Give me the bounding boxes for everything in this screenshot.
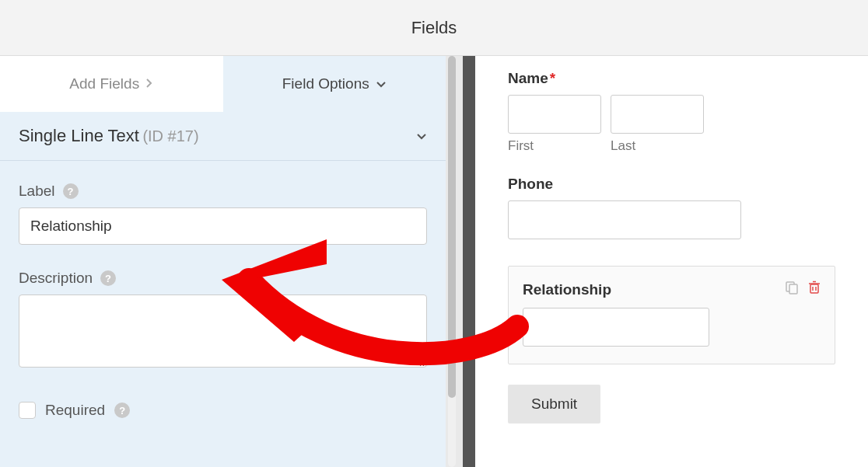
name-inputs	[508, 95, 835, 134]
required-checkbox[interactable]	[19, 402, 36, 419]
field-id: (ID #17)	[142, 127, 198, 145]
chevron-down-icon	[416, 128, 427, 145]
relationship-header: Relationship	[523, 281, 821, 298]
header-title: Fields	[411, 18, 457, 38]
field-type-title: Single Line Text	[19, 126, 139, 145]
name-field-group: Name* First Last	[508, 70, 835, 154]
field-type-header[interactable]: Single Line Text (ID #17)	[0, 112, 446, 161]
first-name-input[interactable]	[508, 95, 601, 134]
required-row: Required ?	[0, 383, 446, 437]
name-sublabels: First Last	[508, 138, 835, 154]
tabs: Add Fields Field Options	[0, 56, 446, 112]
left-panel: Add Fields Field Options Single Line Tex…	[0, 56, 446, 467]
scrollbar-area	[446, 56, 463, 467]
form-preview: Name* First Last Phone Relationship	[475, 56, 868, 467]
help-icon[interactable]: ?	[114, 403, 130, 418]
phone-label: Phone	[508, 176, 835, 193]
help-icon[interactable]: ?	[100, 270, 116, 286]
required-star-icon: *	[550, 70, 555, 86]
page-header: Fields	[0, 0, 868, 56]
duplicate-icon[interactable]	[785, 281, 799, 298]
label-text: Label	[19, 183, 55, 200]
relationship-field-selected[interactable]: Relationship	[508, 266, 835, 364]
chevron-right-icon	[145, 75, 153, 92]
tab-field-options[interactable]: Field Options	[223, 56, 446, 112]
tab-add-fields-label: Add Fields	[69, 75, 139, 92]
help-icon[interactable]: ?	[63, 183, 79, 199]
svg-rect-1	[789, 284, 797, 294]
label-section: Label ?	[0, 170, 446, 257]
tab-add-fields[interactable]: Add Fields	[0, 56, 223, 112]
field-actions	[785, 281, 821, 298]
description-row: Description ?	[19, 270, 427, 287]
relationship-label: Relationship	[523, 281, 611, 298]
description-input[interactable]	[19, 294, 427, 368]
relationship-input[interactable]	[523, 308, 709, 347]
label-row: Label ?	[19, 183, 427, 200]
main-layout: Add Fields Field Options Single Line Tex…	[0, 56, 868, 467]
description-text: Description	[19, 270, 93, 287]
first-sublabel: First	[508, 138, 601, 154]
label-input[interactable]	[19, 207, 427, 245]
phone-input[interactable]	[508, 200, 741, 239]
description-section: Description ?	[0, 257, 446, 383]
tab-field-options-label: Field Options	[282, 75, 369, 92]
scrollbar-thumb[interactable]	[448, 56, 456, 398]
svg-rect-2	[810, 284, 818, 293]
field-type-title-wrap: Single Line Text (ID #17)	[19, 126, 199, 146]
trash-icon[interactable]	[808, 281, 821, 298]
phone-field-group: Phone	[508, 176, 835, 266]
chevron-down-icon	[376, 75, 387, 92]
required-text: Required	[45, 402, 105, 419]
last-name-input[interactable]	[611, 95, 704, 134]
name-label: Name*	[508, 70, 835, 87]
panel-divider	[463, 56, 475, 467]
last-sublabel: Last	[611, 138, 704, 154]
submit-button[interactable]: Submit	[508, 385, 600, 423]
